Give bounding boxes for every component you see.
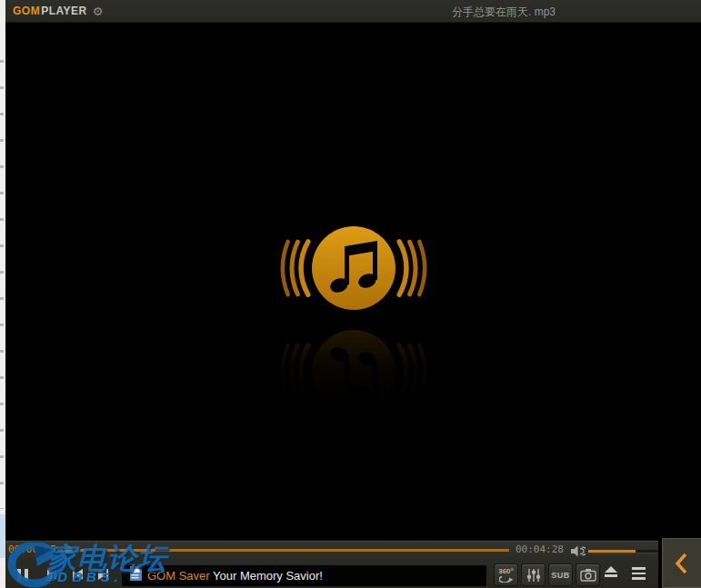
pause-button[interactable] <box>13 567 33 582</box>
stop-icon <box>47 570 56 579</box>
gom-saver-banner[interactable]: GOM Saver Your Memory Savior! <box>122 565 486 586</box>
eject-icon <box>605 566 617 573</box>
view-360-button[interactable]: 360° <box>494 563 518 586</box>
seek-bar[interactable] <box>57 549 509 552</box>
previous-button[interactable] <box>67 567 87 582</box>
snapshot-button[interactable] <box>576 563 600 586</box>
camera-icon <box>580 568 596 582</box>
equalizer-icon <box>526 568 542 583</box>
gom-player-window: GOM PLAYER ⚙ 分手总要在雨天. mp3 <box>5 0 701 588</box>
subtitles-button[interactable]: SUB <box>548 563 573 586</box>
titlebar[interactable]: GOM PLAYER ⚙ 分手总要在雨天. mp3 <box>5 0 701 23</box>
control-bar: 00:00:05 00:04:28 <box>5 540 701 588</box>
rotate-arrow-icon <box>499 575 514 583</box>
pause-icon <box>17 569 28 581</box>
logo-player-text: PLAYER <box>41 5 87 17</box>
banner-tagline: Your Memory Savior! <box>213 569 323 583</box>
eject-button[interactable] <box>605 566 617 577</box>
logo-gom-text: GOM <box>13 5 40 17</box>
background-window-text-marks <box>0 36 4 509</box>
now-playing-filename: 分手总要在雨天. mp3 <box>452 5 556 20</box>
chevron-left-icon <box>673 552 691 575</box>
hamburger-menu-icon <box>632 567 646 580</box>
seek-handle[interactable] <box>64 545 74 555</box>
gom-saver-icon <box>128 566 142 585</box>
equalizer-button[interactable] <box>521 563 546 586</box>
settings-gear-icon[interactable]: ⚙ <box>93 5 104 17</box>
view-360-label: 360° <box>498 568 514 575</box>
banner-product-name: GOM Saver <box>147 569 210 583</box>
speaker-icon[interactable] <box>570 544 586 561</box>
tool-button-group: 360° SUB <box>494 563 600 586</box>
gom-player-logo: GOM PLAYER <box>13 5 87 17</box>
volume-slider[interactable] <box>588 550 658 553</box>
current-time: 00:00:05 <box>8 543 56 555</box>
next-icon <box>98 569 106 580</box>
reflection-fade <box>240 315 467 430</box>
volume-fill <box>588 550 636 553</box>
subtitles-label: SUB <box>551 571 570 580</box>
music-note-icon <box>245 212 463 324</box>
control-menu-button[interactable] <box>632 567 646 580</box>
stop-button[interactable] <box>42 567 62 582</box>
playlist-toggle-panel[interactable] <box>662 538 701 588</box>
next-button[interactable] <box>93 567 113 582</box>
total-duration: 00:04:28 <box>516 543 564 555</box>
video-area[interactable] <box>5 24 701 540</box>
